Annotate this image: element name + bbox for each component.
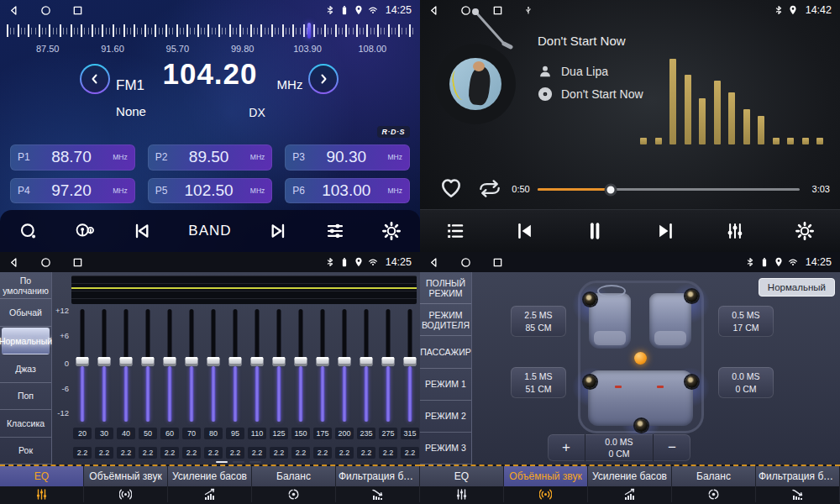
slider-track-lower[interactable]	[102, 366, 107, 422]
slider-track-upper[interactable]	[299, 309, 303, 361]
next-track-icon[interactable]	[655, 221, 675, 241]
frequency-dial[interactable]	[7, 24, 413, 39]
slider-handle[interactable]	[76, 357, 89, 366]
pause-icon[interactable]	[585, 221, 605, 241]
slider-handle[interactable]	[404, 357, 417, 366]
front-right-speaker-icon[interactable]	[685, 290, 698, 302]
slider-track-upper[interactable]	[124, 309, 129, 361]
slider-track-upper[interactable]	[277, 309, 281, 361]
settings-gear-icon[interactable]	[381, 221, 402, 241]
slider-handle[interactable]	[295, 357, 307, 366]
slider-handle[interactable]	[186, 357, 198, 366]
slider-track-lower[interactable]	[321, 366, 325, 422]
eq-preset-item[interactable]: Джаз	[0, 355, 51, 382]
eq-preset-item[interactable]: Классика	[0, 410, 51, 437]
eq-preset-item[interactable]: Рок	[0, 438, 51, 465]
seek-bar[interactable]	[538, 188, 800, 191]
tab-surround[interactable]: Объёмный звук	[84, 466, 168, 486]
tab-bass-filter[interactable]: Фильтрация ба…	[336, 466, 420, 486]
repeat-icon[interactable]	[477, 178, 502, 202]
rear-right-speaker-icon[interactable]	[685, 375, 698, 388]
slider-track-upper[interactable]	[146, 309, 150, 361]
recents-icon[interactable]	[492, 257, 503, 268]
listening-mode-item[interactable]: РЕЖИМ 2	[420, 401, 471, 433]
slider-track-upper[interactable]	[408, 309, 412, 361]
slider-track-lower[interactable]	[146, 366, 150, 422]
slider-track-lower[interactable]	[212, 366, 216, 422]
tab-bass-boost[interactable]: Усиление басов	[588, 466, 672, 486]
rear-left-delay-button[interactable]: 1.5 MS 51 CM	[511, 367, 566, 398]
slider-track-upper[interactable]	[365, 309, 369, 361]
slider-track-upper[interactable]	[81, 309, 85, 361]
band-button[interactable]: BAND	[188, 223, 231, 239]
bass-boost-icon[interactable]	[588, 486, 672, 502]
eq-preset-item[interactable]: Нормальный	[2, 328, 50, 354]
slider-track-lower[interactable]	[81, 366, 85, 422]
favorite-heart-icon[interactable]	[440, 177, 462, 202]
recents-icon[interactable]	[72, 257, 83, 268]
eq-sliders-icon[interactable]	[420, 486, 504, 502]
slider-track-lower[interactable]	[365, 366, 369, 422]
slider-track-upper[interactable]	[168, 309, 172, 361]
subwoofer-speaker-icon[interactable]	[635, 419, 648, 432]
equalizer-icon[interactable]	[325, 221, 345, 241]
preset-button[interactable]: P5 102.50 MHz	[148, 178, 273, 204]
slider-track-lower[interactable]	[234, 366, 238, 422]
slider-track-lower[interactable]	[168, 366, 172, 422]
eq-preset-item[interactable]: По умолчанию	[0, 272, 51, 299]
bass-boost-icon[interactable]	[168, 486, 252, 502]
slider-handle[interactable]	[339, 357, 351, 366]
slider-handle[interactable]	[142, 357, 155, 366]
slider-track-lower[interactable]	[299, 366, 303, 422]
slider-track-upper[interactable]	[212, 309, 216, 361]
slider-handle[interactable]	[120, 357, 133, 366]
slider-track-lower[interactable]	[343, 366, 347, 422]
slider-track-lower[interactable]	[277, 366, 281, 422]
tab-bass-filter[interactable]: Фильтрация ба…	[756, 466, 840, 486]
eq-preset-item[interactable]: Обычай	[0, 299, 51, 326]
slider-track-lower[interactable]	[408, 366, 412, 422]
delay-decrease-button[interactable]: −	[653, 434, 690, 461]
slider-track-lower[interactable]	[255, 366, 260, 422]
surround-sound-icon[interactable]	[504, 486, 588, 502]
tab-surround[interactable]: Объёмный звук	[504, 466, 588, 486]
scan-icon[interactable]	[18, 221, 39, 241]
tab-eq[interactable]: EQ	[0, 466, 84, 486]
preset-button[interactable]: P3 90.30 MHz	[285, 144, 410, 171]
back-icon[interactable]	[428, 257, 439, 268]
slider-track-upper[interactable]	[255, 309, 260, 361]
preset-button[interactable]: P6 103.00 MHz	[285, 178, 410, 204]
preset-button[interactable]: P1 88.70 MHz	[10, 144, 135, 171]
slider-track-upper[interactable]	[321, 309, 325, 361]
field-preset-button[interactable]: Нормальный	[759, 278, 835, 297]
preset-button[interactable]: P2 89.50 MHz	[148, 144, 273, 171]
seek-thumb[interactable]	[605, 183, 617, 196]
next-icon[interactable]	[268, 221, 288, 241]
front-left-speaker-icon[interactable]	[584, 293, 596, 306]
delay-increase-button[interactable]: +	[548, 434, 585, 461]
slider-track-lower[interactable]	[124, 366, 129, 422]
slider-handle[interactable]	[164, 357, 176, 366]
slider-handle[interactable]	[207, 357, 220, 366]
listening-mode-item[interactable]: РЕЖИМ 3	[420, 433, 471, 465]
balance-icon[interactable]	[252, 486, 336, 502]
home-icon[interactable]	[460, 257, 471, 268]
recents-icon[interactable]	[492, 5, 503, 16]
slider-handle[interactable]	[360, 357, 373, 366]
home-icon[interactable]	[40, 5, 51, 16]
slider-track-upper[interactable]	[102, 309, 107, 361]
tab-balance[interactable]: Баланс	[252, 466, 336, 486]
tune-up-button[interactable]	[308, 64, 339, 94]
listening-mode-item[interactable]: РЕЖИМ ВОДИТЕЛЯ	[420, 304, 471, 336]
slider-handle[interactable]	[317, 357, 329, 366]
slider-track-upper[interactable]	[386, 309, 391, 361]
slider-track-upper[interactable]	[234, 309, 238, 361]
preset-button[interactable]: P4 97.20 MHz	[10, 178, 135, 204]
home-icon[interactable]	[40, 257, 51, 268]
listening-mode-item[interactable]: РЕЖИМ 1	[420, 369, 471, 401]
slider-handle[interactable]	[251, 357, 264, 366]
playlist-icon[interactable]	[445, 221, 465, 241]
broadcast-icon[interactable]	[75, 221, 95, 241]
settings-gear-icon[interactable]	[795, 221, 815, 241]
eq-sliders-icon[interactable]	[0, 486, 84, 502]
